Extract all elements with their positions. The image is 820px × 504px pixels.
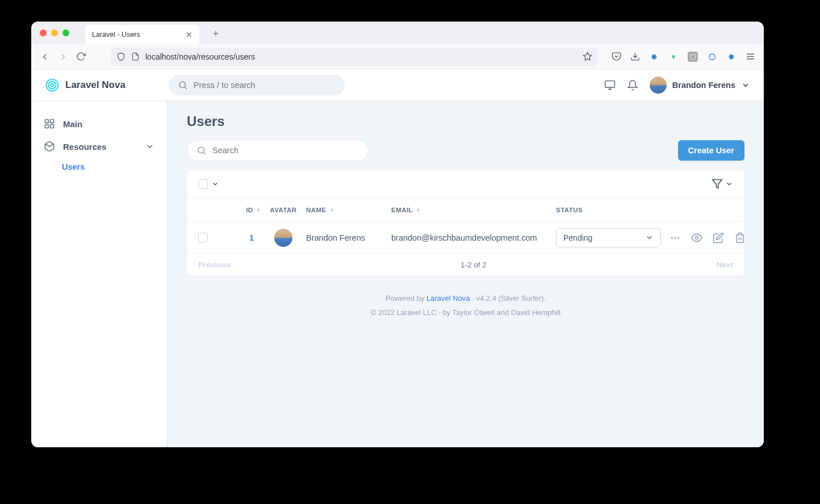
extension-icon-5[interactable]: ◉	[726, 52, 737, 62]
page-icon	[131, 52, 140, 61]
svg-point-19	[677, 237, 679, 238]
svg-line-6	[185, 87, 186, 89]
table-header: ID ▲▼ AVATAR NAME ▲▼ EMAIL ▲▼	[187, 198, 744, 222]
new-tab-button[interactable]: ＋	[211, 26, 221, 40]
window-maximize-button[interactable]	[62, 30, 69, 36]
svg-line-15	[203, 152, 205, 154]
create-user-button[interactable]: Create User	[678, 140, 744, 161]
url-input[interactable]: localhost/nova/resources/users	[111, 48, 598, 66]
pocket-icon[interactable]	[612, 52, 621, 61]
sort-icon: ▲▼	[416, 208, 420, 212]
browser-tab-bar: Laravel - Users ✕ ＋	[31, 22, 764, 44]
bookmark-star-icon[interactable]	[583, 52, 592, 61]
search-icon	[178, 80, 188, 90]
extension-icon-4[interactable]: ◯	[707, 52, 717, 62]
chevron-down-icon	[741, 81, 750, 90]
chevron-down-icon	[145, 142, 154, 151]
trash-icon[interactable]	[734, 232, 744, 243]
page-title: Users	[187, 114, 744, 129]
edit-icon[interactable]	[713, 232, 724, 243]
svg-marker-16	[713, 180, 722, 188]
svg-point-14	[198, 147, 204, 153]
extension-icon-1[interactable]: ◉	[649, 52, 659, 62]
svg-rect-10	[45, 120, 49, 123]
logo-text: Laravel Nova	[65, 79, 125, 91]
svg-rect-11	[51, 120, 54, 123]
footer: Powered by Laravel Nova · v4.2.4 (Silver…	[187, 292, 744, 320]
column-header-avatar: AVATAR	[261, 207, 306, 213]
table-row: 1 Brandon Ferens brandon@kirschbaumdevel…	[187, 222, 744, 254]
avatar	[274, 229, 292, 247]
sidebar-item-resources[interactable]: Resources	[38, 135, 160, 158]
resource-table-card: ID ▲▼ AVATAR NAME ▲▼ EMAIL ▲▼	[187, 170, 744, 276]
footer-copyright: © 2022 Laravel LLC · by Taylor Otwell an…	[187, 306, 744, 320]
download-icon[interactable]	[630, 52, 640, 61]
reload-button[interactable]	[76, 52, 86, 61]
header-right: Brandon Ferens	[604, 77, 750, 94]
row-actions	[670, 232, 744, 243]
user-menu[interactable]: Brandon Ferens	[650, 77, 750, 94]
sidebar-item-main[interactable]: Main	[38, 112, 160, 135]
extension-icon-3[interactable]: ⬚	[688, 52, 698, 62]
footer-nova-link[interactable]: Laravel Nova	[426, 294, 470, 303]
bell-icon[interactable]	[627, 79, 638, 91]
chevron-down-icon	[725, 180, 733, 188]
column-header-name[interactable]: NAME ▲▼	[306, 207, 391, 213]
window-close-button[interactable]	[40, 30, 47, 36]
chevron-down-icon[interactable]	[211, 180, 219, 188]
view-icon[interactable]	[691, 232, 702, 243]
hamburger-menu-icon[interactable]	[746, 52, 755, 61]
svg-point-17	[671, 237, 673, 238]
app-body: Main Resources Users Users Create User	[31, 101, 764, 447]
window-controls	[40, 30, 69, 36]
global-search[interactable]	[169, 75, 345, 95]
window-minimize-button[interactable]	[51, 30, 58, 36]
filter-icon	[712, 178, 723, 190]
tab-close-button[interactable]: ✕	[186, 30, 193, 39]
column-header-id[interactable]: ID ▲▼	[227, 207, 261, 213]
nav-forward-button[interactable]	[58, 52, 68, 62]
sidebar-item-users[interactable]: Users	[38, 158, 160, 176]
svg-marker-0	[583, 52, 591, 60]
pagination: Previous 1-2 of 2 Next	[187, 254, 744, 276]
filter-button[interactable]	[712, 178, 733, 190]
app-header: Laravel Nova Brandon Ferens	[31, 69, 764, 101]
pager-count: 1-2 of 2	[461, 261, 487, 269]
grid-icon	[44, 118, 55, 129]
pager-prev[interactable]: Previous	[198, 261, 231, 269]
cell-avatar	[261, 229, 306, 247]
vue-devtools-icon[interactable]: ▼	[668, 52, 679, 62]
cell-id[interactable]: 1	[227, 233, 261, 242]
footer-version: · v4.2.4 (Silver Surfer).	[470, 294, 546, 303]
pager-next[interactable]: Next	[717, 261, 733, 269]
logo-icon	[45, 78, 60, 93]
desktop-icon[interactable]	[604, 79, 616, 91]
resource-toolbar: Create User	[187, 140, 744, 161]
resource-search-input[interactable]	[212, 146, 359, 155]
status-value: Pending	[563, 233, 592, 242]
browser-tab[interactable]: Laravel - Users ✕	[85, 25, 199, 44]
column-header-email[interactable]: EMAIL ▲▼	[391, 207, 556, 213]
sort-icon: ▲▼	[330, 208, 334, 212]
user-avatar	[650, 77, 667, 94]
sidebar: Main Resources Users	[31, 101, 168, 447]
main-content: Users Create User	[168, 101, 764, 447]
nav-back-button[interactable]	[40, 52, 50, 62]
sidebar-item-label: Users	[62, 162, 85, 171]
cell-email: brandon@kirschbaumdevelopment.com	[391, 233, 556, 242]
logo[interactable]: Laravel Nova	[45, 78, 125, 93]
status-select[interactable]: Pending	[556, 228, 661, 247]
svg-point-5	[179, 82, 186, 88]
box-icon	[44, 141, 55, 152]
select-all-checkbox[interactable]	[198, 179, 208, 189]
resource-search[interactable]	[187, 140, 369, 161]
more-actions-icon[interactable]	[670, 232, 681, 243]
tab-title: Laravel - Users	[92, 31, 140, 39]
svg-point-20	[696, 236, 698, 239]
row-checkbox[interactable]	[198, 233, 208, 242]
global-search-input[interactable]	[194, 81, 336, 90]
footer-powered-prefix: Powered by	[386, 294, 426, 303]
svg-rect-13	[45, 125, 49, 128]
cell-name: Brandon Ferens	[306, 233, 391, 242]
url-text: localhost/nova/resources/users	[145, 52, 255, 61]
